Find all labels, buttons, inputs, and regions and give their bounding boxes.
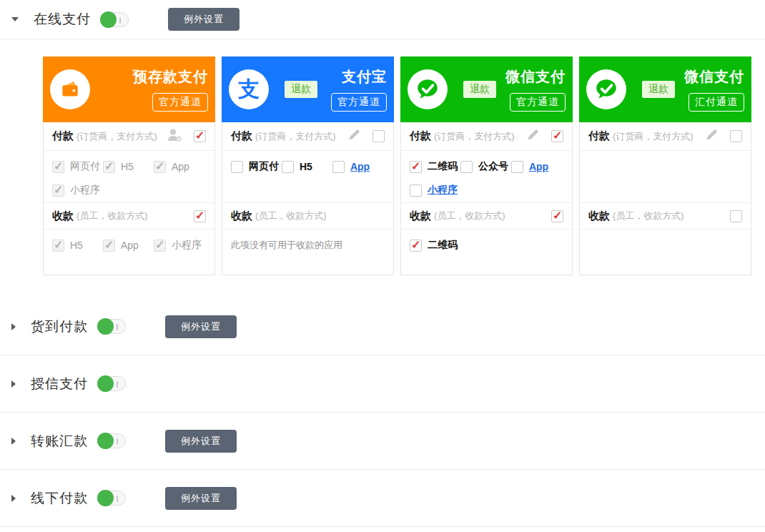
pay-option[interactable]: H5 [282, 160, 332, 173]
alipay-icon: 支 [229, 69, 269, 109]
pay-hint: (订货商，支付方式) [613, 130, 694, 143]
card-title: 微信支付 [684, 67, 744, 87]
payment-cards: 预存款支付 官方通道 付款 (订货商，支付方式) [43, 56, 765, 275]
expand-arrow-icon[interactable] [11, 495, 16, 502]
option-label: 网页付 [70, 160, 100, 173]
collect-option[interactable]: 二维码 [410, 239, 460, 252]
pay-option[interactable]: H5 [103, 160, 154, 173]
pay-option[interactable]: App [154, 160, 204, 173]
collect-row: 收款 (员工，收款方式) [44, 203, 214, 230]
exception-settings-button[interactable]: 例外设置 [165, 430, 237, 453]
pay-option[interactable]: 网页付 [231, 160, 282, 173]
pay-option[interactable]: 小程序 [410, 184, 460, 197]
checkbox[interactable] [52, 184, 64, 197]
pay-row: 付款 (订货商，支付方式) [580, 122, 751, 151]
section-online-payment: 在线支付 例外设置 [0, 0, 765, 39]
pay-option[interactable]: App [332, 160, 383, 173]
refund-badge: 退款 [642, 81, 675, 98]
card-header: 退款 微信支付 官方通道 [400, 56, 573, 122]
online-payment-toggle[interactable] [100, 12, 129, 27]
pay-option[interactable]: App [511, 160, 562, 173]
collect-label: 收款 [231, 210, 252, 223]
exception-settings-button[interactable]: 例外设置 [168, 8, 240, 31]
section-label: 转账汇款 [31, 432, 88, 450]
pay-option[interactable]: 二维码 [410, 160, 460, 173]
option-link[interactable]: 小程序 [428, 184, 458, 197]
collect-option[interactable]: App [103, 239, 154, 252]
pay-options: 二维码 公众号 App 小程序 [401, 151, 572, 203]
expand-arrow-icon[interactable] [11, 438, 16, 445]
pay-option[interactable]: 网页付 [52, 160, 103, 173]
pay-master-checkbox[interactable] [194, 130, 206, 142]
wallet-icon [50, 69, 90, 109]
credit-payment-toggle[interactable] [97, 376, 126, 391]
pay-option[interactable]: 小程序 [52, 184, 103, 197]
collect-row: 收款 (员工，收款方式) [580, 203, 751, 230]
pay-master-checkbox[interactable] [730, 130, 742, 142]
channel-badge: 官方通道 [510, 93, 566, 112]
card-body: 付款 (订货商，支付方式) [43, 122, 215, 275]
edit-pencil-icon[interactable] [705, 128, 719, 144]
card-body: 付款 (订货商，支付方式) 收款 (员工，收款方式) [579, 122, 751, 275]
card-header: 预存款支付 官方通道 [43, 56, 215, 122]
card-body: 付款 (订货商，支付方式) 二维码 [400, 122, 573, 275]
user-minus-icon[interactable] [167, 128, 182, 145]
collapse-arrow-icon[interactable] [11, 17, 19, 21]
collect-label: 收款 [410, 210, 431, 223]
checkbox[interactable] [154, 240, 166, 252]
checkbox[interactable] [410, 184, 422, 197]
checkbox[interactable] [103, 161, 115, 173]
expand-arrow-icon[interactable] [11, 323, 16, 330]
cash-on-delivery-toggle[interactable] [97, 319, 126, 334]
option-link[interactable]: App [350, 161, 370, 172]
card-header: 支 退款 支付宝 官方通道 [222, 56, 394, 122]
pay-row: 付款 (订货商，支付方式) [44, 122, 214, 151]
wechat-icon [408, 69, 448, 109]
collect-options: 二维码 [401, 230, 572, 275]
channel-badge: 官方通道 [331, 93, 387, 112]
transfer-remittance-toggle[interactable] [97, 433, 126, 448]
section-offline-payment: 线下付款 例外设置 [0, 470, 765, 527]
collect-hint: (员工，收款方式) [255, 210, 327, 222]
checkbox[interactable] [282, 161, 294, 173]
checkbox[interactable] [154, 161, 166, 173]
option-label: App [121, 240, 139, 251]
pay-master-checkbox[interactable] [372, 130, 385, 142]
checkbox[interactable] [52, 240, 64, 252]
checkbox[interactable] [511, 161, 523, 173]
card-title: 支付宝 [342, 67, 387, 87]
pay-row: 付款 (订货商，支付方式) [222, 122, 393, 151]
exception-settings-button[interactable]: 例外设置 [165, 487, 237, 510]
collect-row: 收款 (员工，收款方式) [222, 203, 393, 230]
option-link[interactable]: App [529, 161, 548, 172]
collect-master-checkbox[interactable] [730, 210, 742, 222]
checkbox[interactable] [332, 161, 345, 173]
edit-pencil-icon[interactable] [347, 128, 361, 144]
collect-hint: (员工，收款方式) [76, 210, 148, 222]
checkbox[interactable] [231, 161, 243, 173]
collect-option[interactable]: H5 [52, 239, 103, 252]
collect-master-checkbox[interactable] [194, 210, 206, 222]
checkbox[interactable] [410, 161, 422, 173]
option-label: 二维码 [428, 239, 458, 252]
option-label: 小程序 [172, 239, 202, 252]
checkbox[interactable] [52, 161, 64, 173]
collect-options [580, 230, 751, 275]
expand-arrow-icon[interactable] [11, 380, 16, 388]
checkbox[interactable] [460, 161, 473, 173]
card-wechat-huifu: 退款 微信支付 汇付通道 付款 (订货商，支付方式) [579, 56, 751, 275]
pay-master-checkbox[interactable] [551, 130, 563, 142]
exception-settings-button[interactable]: 例外设置 [165, 315, 237, 338]
checkbox[interactable] [103, 240, 115, 252]
option-label: H5 [70, 240, 83, 251]
section-label: 授信支付 [31, 375, 88, 393]
pay-options: 网页付 H5 App [222, 151, 393, 203]
collect-master-checkbox[interactable] [551, 210, 563, 222]
offline-payment-toggle[interactable] [97, 491, 126, 506]
pay-option[interactable]: 公众号 [460, 160, 511, 173]
checkbox[interactable] [410, 240, 422, 252]
collect-options: 此项没有可用于收款的应用 [222, 230, 393, 275]
section-credit-payment: 授信支付 [0, 355, 765, 413]
collect-option[interactable]: 小程序 [154, 239, 204, 252]
edit-pencil-icon[interactable] [526, 128, 540, 144]
